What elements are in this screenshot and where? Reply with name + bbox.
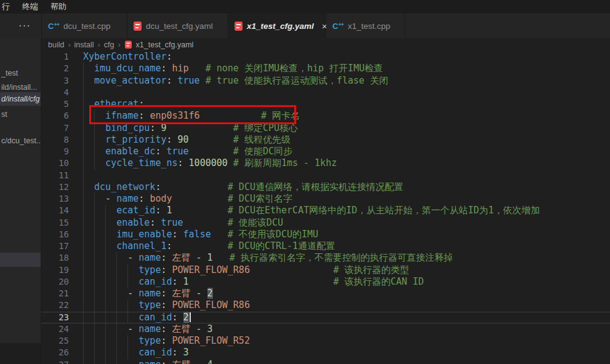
code-token: false	[183, 229, 211, 240]
code-token: type	[138, 335, 161, 346]
breadcrumb-item-file[interactable]: x1_test_cfg.yaml	[136, 41, 194, 49]
line-number[interactable]: 24	[41, 323, 69, 335]
code-text: dcu_network: # DCU通信网络，请根据实机连接情况配置	[83, 181, 403, 193]
line-number[interactable]: 21	[41, 288, 69, 299]
code-token: # 使能该DCU	[228, 217, 283, 228]
code-token	[200, 75, 206, 86]
line-number[interactable]: 12	[41, 181, 69, 193]
code-text: - name: 左臂 - 1 # 执行器索引名字，不需要控制的执行器可直接注释掉	[83, 252, 453, 264]
menu-item-run[interactable]: 行	[0, 1, 16, 12]
code-token	[83, 134, 105, 145]
line-number[interactable]: 5	[41, 98, 69, 110]
indent-guide	[83, 170, 84, 181]
code-line[interactable]: 23 can_id: 2	[41, 312, 610, 323]
line-number[interactable]: 3	[41, 75, 69, 87]
code-line[interactable]: 20 can_id: 1 # 该执行器的CAN ID	[41, 276, 610, 288]
line-number[interactable]: 4	[41, 87, 69, 98]
code-line[interactable]: 11	[41, 170, 610, 181]
line-number[interactable]: 22	[41, 299, 69, 311]
line-number[interactable]: 8	[41, 134, 69, 146]
more-actions-icon[interactable]: ···	[18, 14, 31, 38]
code-text: can_id: 3	[83, 347, 189, 358]
line-number[interactable]: 7	[41, 122, 69, 134]
code-token: -	[191, 359, 207, 364]
code-line[interactable]: 19 type: POWER_FLOW_R86 # 该执行器的类型	[41, 264, 610, 276]
code-line[interactable]: 10 cycle_time_ns: 1000000 # 刷新周期1ms - 1k…	[41, 157, 610, 169]
code-token: :	[172, 276, 183, 287]
side-panel-item-selected[interactable]: d/install/cfg	[0, 92, 41, 106]
side-panel-item[interactable]: st	[0, 108, 41, 121]
code-token	[83, 146, 105, 157]
line-number[interactable]: 25	[41, 335, 69, 347]
line-number[interactable]: 27	[41, 359, 69, 364]
code-line[interactable]: 12 dcu_network: # DCU通信网络，请根据实机连接情况配置	[41, 181, 610, 193]
breadcrumb-item-cfg[interactable]: cfg	[104, 41, 114, 49]
code-token: :	[161, 323, 172, 334]
code-token: :	[166, 240, 172, 251]
line-number[interactable]: 19	[41, 264, 69, 276]
code-line[interactable]: 26 can_id: 3	[41, 347, 610, 358]
code-line[interactable]: 24 - name: 左臂 - 3	[41, 323, 610, 335]
code-line[interactable]: 8 rt_priority: 90 # 线程优先级	[41, 134, 610, 146]
line-number[interactable]: 14	[41, 205, 69, 216]
code-line[interactable]: 21 - name: 左臂 - 2	[41, 288, 610, 299]
code-line[interactable]: 4	[41, 87, 610, 98]
side-panel-highlight-row[interactable]	[0, 253, 41, 267]
code-line[interactable]: 14 ecat_id: 1 # DCU在EtherCAT网络中的ID，从主站开始…	[41, 205, 610, 216]
code-text: - name: 左臂 - 3	[83, 323, 213, 335]
code-line[interactable]: 13 - name: body # DCU索引名字	[41, 193, 610, 205]
code-line[interactable]: 16 imu_enable: false # 不使用该DCU的IMU	[41, 229, 610, 240]
line-number[interactable]: 23	[41, 312, 69, 323]
code-token	[172, 240, 228, 251]
code-text: bind_cpu: 9 # 绑定CPU核心	[83, 122, 298, 134]
line-number[interactable]: 16	[41, 229, 69, 240]
code-token: POWER_FLOW_R86	[172, 264, 250, 275]
side-panel-item[interactable]: _test	[0, 66, 41, 80]
tab-dcu-test-cfg-yaml[interactable]: dcu_test_cfg.yaml	[127, 14, 228, 38]
line-number[interactable]: 26	[41, 347, 69, 358]
code-line[interactable]: 15 enable: true # 使能该DCU	[41, 217, 610, 229]
code-token: :	[155, 205, 166, 216]
code-token	[83, 335, 138, 346]
line-number[interactable]: 2	[41, 63, 69, 74]
code-line[interactable]: 9 enable_dc: true # 使能DC同步	[41, 146, 610, 157]
line-number[interactable]: 1	[41, 51, 69, 63]
code-line[interactable]: 18 - name: 左臂 - 1 # 执行器索引名字，不需要控制的执行器可直接…	[41, 252, 610, 264]
code-editor[interactable]: 1XyberController:2 imu_dcu_name: hip # n…	[41, 51, 610, 364]
code-line[interactable]: 17 channel_1: # DCU的CTRL-1通道配置	[41, 240, 610, 252]
code-line[interactable]: 2 imu_dcu_name: hip # none 关闭IMU检查，hip 打…	[41, 63, 610, 74]
line-number[interactable]: 10	[41, 157, 69, 169]
code-token: :	[155, 146, 166, 157]
code-text: can_id: 2	[83, 312, 191, 323]
tab-x1-test-cfg-yaml[interactable]: x1_test_cfg.yaml ×	[228, 14, 326, 38]
line-number[interactable]: 13	[41, 193, 69, 205]
line-number[interactable]: 11	[41, 170, 69, 181]
code-line[interactable]: 22 type: POWER_FLOW_R86	[41, 299, 610, 311]
code-token: :	[166, 51, 172, 62]
code-token: # 绑定CPU核心	[233, 122, 298, 133]
code-line[interactable]: 5 ethercat:	[41, 98, 610, 110]
code-line[interactable]: 25 type: POWER_FLOW_R52	[41, 335, 610, 347]
line-number[interactable]: 15	[41, 217, 69, 229]
code-token	[83, 63, 94, 74]
menu-item-terminal[interactable]: 终端	[16, 1, 44, 12]
line-number[interactable]: 18	[41, 252, 69, 264]
code-token: ifname	[105, 110, 138, 121]
side-panel-item[interactable]: c/dcu_test...	[0, 134, 41, 148]
tab-dcu-test-cpp[interactable]: C++ dcu_test.cpp	[41, 14, 127, 38]
line-number[interactable]: 9	[41, 146, 69, 157]
menu-item-help[interactable]: 帮助	[44, 1, 73, 12]
code-line[interactable]: 6 ifname: enp0s31f6 # 网卡名	[41, 110, 610, 122]
side-panel: _test ild/install... d/install/cfg st c/…	[0, 38, 41, 364]
code-line[interactable]: 1XyberController:	[41, 51, 610, 63]
line-number[interactable]: 20	[41, 276, 69, 288]
code-line[interactable]: 3 move_actuator: true # true 使能执行器运动测试，f…	[41, 75, 610, 87]
breadcrumb-item-install[interactable]: install	[74, 41, 94, 49]
tab-x1-test-cpp[interactable]: C++ x1_test.cpp	[326, 14, 405, 38]
code-token	[189, 146, 233, 157]
line-number[interactable]: 6	[41, 110, 69, 122]
breadcrumb-item-build[interactable]: build	[48, 41, 64, 49]
code-line[interactable]: 27 - name: 左臂 - 4	[41, 359, 610, 364]
code-line[interactable]: 7 bind_cpu: 9 # 绑定CPU核心	[41, 122, 610, 134]
line-number[interactable]: 17	[41, 240, 69, 252]
